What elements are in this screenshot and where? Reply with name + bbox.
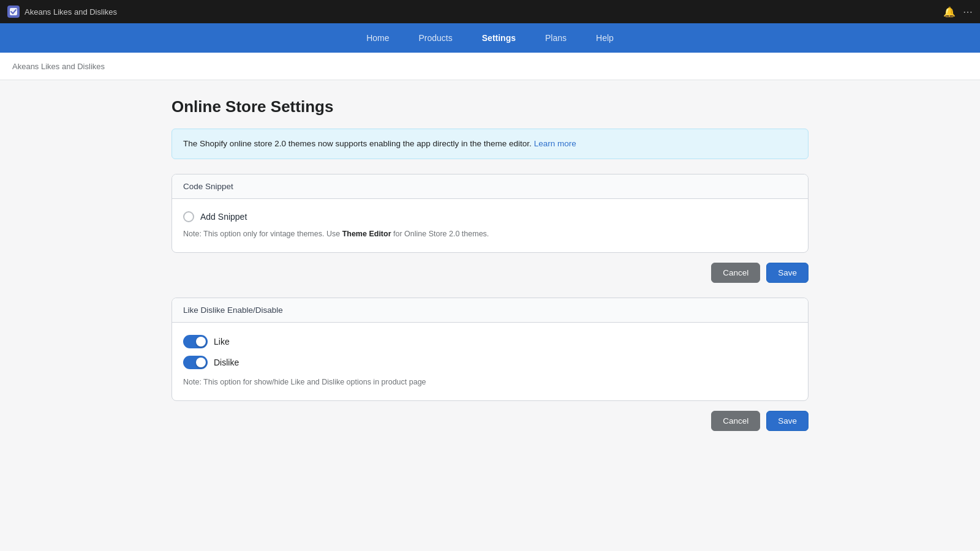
nav-item-products[interactable]: Products (414, 31, 458, 45)
nav-item-plans[interactable]: Plans (540, 31, 571, 45)
page-title: Online Store Settings (172, 97, 809, 116)
nav-item-home[interactable]: Home (361, 31, 394, 45)
code-snippet-card: Code Snippet Add Snippet Note: This opti… (172, 174, 809, 253)
like-label: Like (214, 337, 230, 347)
breadcrumb: Akeans Likes and Dislikes (12, 62, 105, 71)
top-bar: Akeans Likes and Dislikes 🔔 ⋯ (0, 0, 980, 23)
info-banner-text: The Shopify online store 2.0 themes now … (183, 139, 532, 148)
nav-item-settings[interactable]: Settings (477, 31, 521, 45)
main-content: Online Store Settings The Shopify online… (159, 97, 821, 431)
dislike-toggle-row: Dislike (183, 356, 797, 369)
info-banner: The Shopify online store 2.0 themes now … (172, 129, 809, 159)
cancel-button-2[interactable]: Cancel (711, 411, 760, 431)
note-text-prefix: Note: This option only for vintage theme… (183, 230, 342, 238)
like-toggle-knob (196, 337, 206, 347)
top-bar-app-name: Akeans Likes and Dislikes (24, 7, 117, 17)
like-dislike-card: Like Dislike Enable/Disable Like Dislike (172, 298, 809, 401)
like-dislike-note: Note: This option for show/hide Like and… (183, 377, 797, 388)
more-icon[interactable]: ⋯ (963, 6, 973, 18)
notification-icon[interactable]: 🔔 (943, 6, 956, 18)
top-bar-left: Akeans Likes and Dislikes (7, 6, 117, 18)
save-button-1[interactable]: Save (766, 263, 809, 283)
breadcrumb-area: Akeans Likes and Dislikes (0, 53, 980, 80)
learn-more-link[interactable]: Learn more (534, 139, 576, 148)
dislike-label: Dislike (214, 358, 239, 367)
like-toggle-row: Like (183, 335, 797, 348)
code-snippet-note: Note: This option only for vintage theme… (183, 228, 797, 240)
code-snippet-body: Add Snippet Note: This option only for v… (172, 199, 808, 252)
code-snippet-header: Code Snippet (172, 174, 808, 199)
add-snippet-row: Add Snippet (183, 211, 797, 222)
note-text-strong: Theme Editor (342, 230, 391, 238)
top-bar-actions: 🔔 ⋯ (943, 6, 973, 18)
dislike-toggle[interactable] (183, 356, 208, 369)
button-row-2: Cancel Save (172, 411, 809, 431)
like-toggle[interactable] (183, 335, 208, 348)
note-text-suffix: for Online Store 2.0 themes. (391, 230, 489, 238)
like-dislike-header: Like Dislike Enable/Disable (172, 298, 808, 323)
cancel-button-1[interactable]: Cancel (711, 263, 760, 283)
like-dislike-body: Like Dislike Note: This option for show/… (172, 323, 808, 400)
button-row-1: Cancel Save (172, 263, 809, 283)
dislike-toggle-knob (196, 358, 206, 367)
add-snippet-label: Add Snippet (200, 212, 247, 222)
app-icon (7, 6, 20, 18)
save-button-2[interactable]: Save (766, 411, 809, 431)
add-snippet-radio[interactable] (183, 211, 194, 222)
nav-item-help[interactable]: Help (591, 31, 619, 45)
nav-bar: Home Products Settings Plans Help (0, 23, 980, 53)
